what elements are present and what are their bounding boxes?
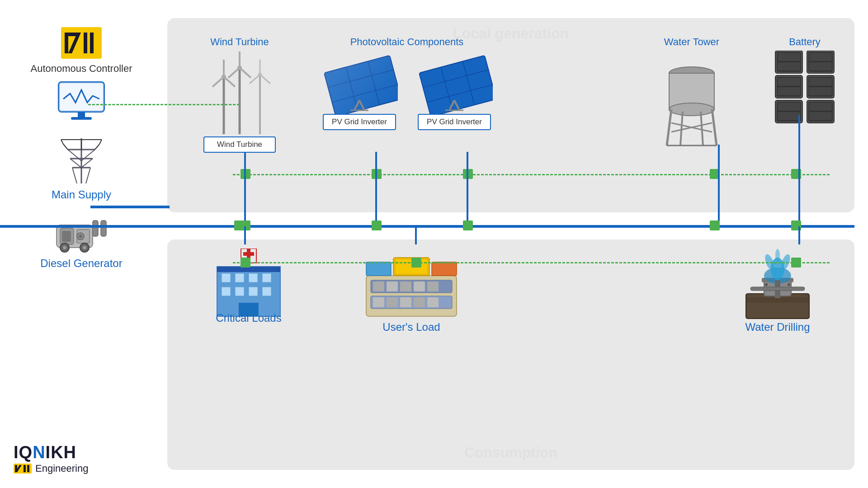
controller-dotted-line	[88, 104, 240, 105]
main-supply: Main Supply	[52, 136, 111, 201]
diagram-container: Autonomous Controller	[0, 0, 868, 488]
logo-sub-area: Engineering	[14, 463, 88, 474]
main-supply-label: Main Supply	[52, 188, 111, 201]
svg-rect-10	[71, 117, 92, 120]
green-square-bus-pv2	[463, 221, 473, 230]
controller-logo-icon	[61, 27, 102, 59]
svg-line-58	[250, 75, 260, 84]
battery-group: Battery	[773, 36, 836, 141]
svg-rect-117	[235, 287, 244, 296]
svg-rect-90	[778, 112, 800, 120]
v-line-cons-critical	[244, 226, 246, 244]
left-panel: Autonomous Controller	[0, 0, 163, 488]
green-square-bus-pv1	[372, 221, 382, 230]
svg-rect-102	[809, 87, 832, 95]
svg-point-36	[83, 246, 86, 249]
main-bus-line	[0, 225, 854, 228]
svg-rect-98	[778, 87, 800, 95]
autonomous-controller: Autonomous Controller	[30, 27, 132, 122]
green-square-bus-water	[710, 221, 720, 230]
diesel-generator-label: Diesel Generator	[40, 257, 122, 270]
generation-dotted-line	[233, 174, 830, 175]
svg-point-79	[669, 103, 714, 116]
svg-point-155	[788, 283, 790, 286]
v-line-cons-users	[415, 226, 417, 244]
svg-point-151	[775, 249, 780, 262]
svg-rect-43	[24, 465, 26, 472]
svg-rect-141	[432, 262, 457, 276]
svg-line-81	[712, 109, 717, 145]
svg-rect-114	[249, 273, 258, 282]
green-square-crit-loads	[241, 258, 250, 267]
svg-line-48	[212, 77, 224, 87]
svg-point-39	[79, 235, 82, 238]
logo-sub-icon	[14, 464, 32, 474]
diesel-generator: Diesel Generator	[40, 214, 122, 270]
green-square-drilling	[791, 258, 801, 267]
pv2-icon	[416, 51, 493, 114]
controller-label: Autonomous Controller	[30, 62, 132, 75]
water-drilling-icon	[737, 249, 818, 321]
logo-sub-label: Engineering	[35, 463, 88, 474]
v-line-pv1	[375, 152, 377, 174]
svg-rect-89	[778, 103, 800, 111]
svg-rect-9	[78, 112, 85, 117]
ioniki-logo: IQNIKH Engineering	[14, 444, 88, 474]
v-line-gen-pv2	[467, 174, 468, 226]
svg-rect-135	[400, 297, 411, 307]
wind-turbine-group: Wind Turbine	[199, 36, 280, 153]
svg-line-49	[224, 77, 235, 87]
svg-rect-31	[93, 221, 98, 236]
svg-rect-2	[65, 33, 77, 36]
green-square-users	[411, 258, 421, 267]
pv2-group: PV Grid Inverter	[416, 51, 493, 130]
pv-panels-row: PV Grid Inverter	[321, 51, 493, 130]
water-tower-icon	[660, 51, 723, 150]
v-line-gen-wind	[244, 174, 246, 226]
svg-rect-153	[750, 287, 805, 291]
logo-name: IQNIKH	[14, 444, 76, 461]
svg-rect-118	[249, 287, 258, 296]
consumption-title: Consumption	[167, 444, 854, 461]
pv-components-label: Photovoltaic Components	[350, 36, 464, 48]
v-line-gen-battery	[798, 115, 800, 226]
consumption-dotted-line	[233, 262, 830, 263]
wind-turbine-inverter-box: Wind Turbine	[203, 136, 276, 153]
water-tower-group: Water Tower	[660, 36, 723, 150]
water-tower-label: Water Tower	[664, 36, 719, 48]
svg-line-59	[260, 75, 270, 84]
svg-rect-112	[222, 273, 231, 282]
svg-rect-132	[427, 282, 439, 291]
v-line-pv2	[467, 152, 468, 174]
svg-line-25	[61, 140, 63, 144]
svg-rect-44	[27, 465, 29, 472]
main-supply-bus-line	[90, 206, 170, 208]
svg-rect-116	[222, 287, 231, 296]
wind-turbine-icon	[199, 51, 280, 141]
svg-rect-136	[414, 297, 425, 307]
water-drilling-label: Water Drilling	[745, 321, 810, 333]
svg-rect-129	[387, 282, 398, 291]
svg-rect-106	[778, 62, 800, 70]
svg-rect-97	[778, 78, 800, 86]
pv1-inverter-box: PV Grid Inverter	[323, 114, 396, 130]
main-supply-icon	[54, 136, 108, 186]
consumption-section: Critical Loads	[167, 239, 854, 470]
svg-rect-32	[101, 221, 106, 236]
v-line-gen-pv1	[375, 174, 377, 226]
pv1-group: PV Grid Inverter	[321, 51, 398, 130]
svg-rect-130	[400, 282, 411, 291]
svg-rect-4	[84, 33, 87, 53]
users-load-label: User's Load	[382, 321, 440, 333]
svg-rect-109	[809, 53, 832, 61]
svg-rect-37	[62, 231, 71, 242]
svg-rect-133	[373, 297, 384, 307]
critical-loads-label: Critical Loads	[216, 312, 281, 324]
v-line-gen-water	[718, 145, 720, 226]
svg-rect-115	[262, 273, 271, 282]
svg-rect-105	[778, 53, 800, 61]
svg-rect-128	[373, 282, 384, 291]
svg-point-34	[63, 246, 66, 249]
svg-line-23	[95, 144, 99, 150]
svg-rect-94	[809, 112, 832, 120]
